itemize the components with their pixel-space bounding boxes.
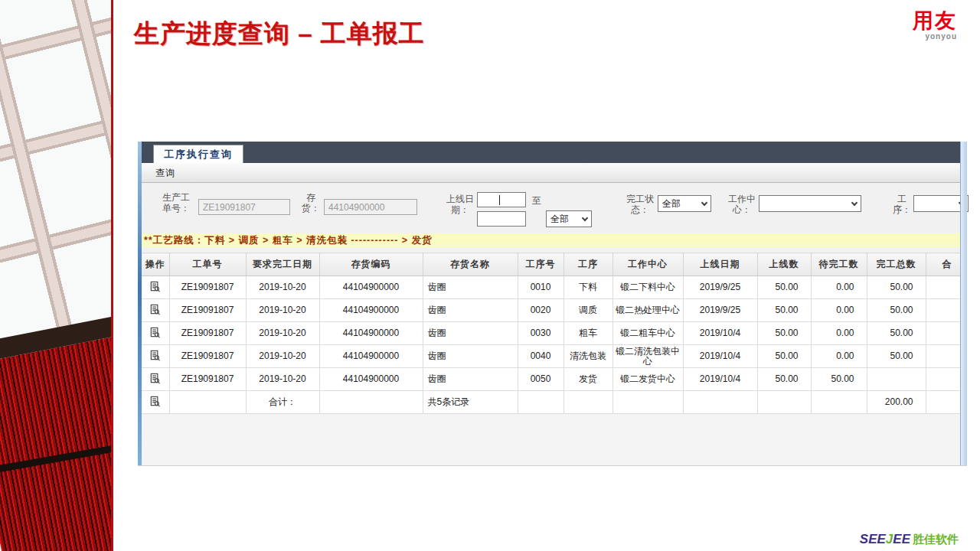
table-row: ZE19091807 2019-10-20 44104900000 齿圈 003… xyxy=(142,322,967,345)
date-type-select-value: 全部 xyxy=(550,214,569,224)
cell-online-date: 2019/9/25 xyxy=(683,276,757,299)
seejee-logo: SEEJEE胜佳软件 xyxy=(860,532,959,546)
cell-total-qty: 50.00 xyxy=(867,322,926,345)
column-header: 工单号 xyxy=(169,253,246,276)
cell-empty xyxy=(612,391,683,414)
view-detail-icon[interactable] xyxy=(149,281,162,293)
finish-status-select[interactable]: 全部 xyxy=(658,195,711,212)
yonyou-logo-en: yonyou xyxy=(913,33,957,41)
cell-code: 44104900000 xyxy=(319,276,423,299)
route-banner: **工艺路线：下料 > 调质 > 粗车 > 清洗包装 ------------ … xyxy=(142,233,967,247)
cell-online-qty: 50.00 xyxy=(757,299,811,322)
cell-op-no: 0010 xyxy=(518,276,564,299)
vertical-scrollbar[interactable] xyxy=(960,142,967,465)
column-header: 上线数 xyxy=(757,253,811,276)
seejee-logo-text: SEE xyxy=(860,532,886,546)
column-header: 完工总数 xyxy=(867,253,926,276)
view-detail-icon[interactable] xyxy=(149,350,162,362)
cell-name: 齿圈 xyxy=(423,322,518,345)
cell-req-date: 2019-10-20 xyxy=(246,299,319,322)
cell-work-center: 锻二热处理中心 xyxy=(612,299,683,322)
presentation-slide: 生产进度查询 – 工单报工 用友 yonyou 工序执行查询 查询 生产工 单号… xyxy=(0,0,980,551)
table-row: ZE19091807 2019-10-20 44104900000 齿圈 001… xyxy=(142,276,967,299)
cell-online-date: 2019/10/4 xyxy=(683,345,757,368)
cell-op: 调质 xyxy=(564,299,612,322)
finish-status-value: 全部 xyxy=(662,198,681,209)
cell-name: 齿圈 xyxy=(423,276,518,299)
finish-status-label: 完工状 态： xyxy=(624,194,656,215)
results-table: 操作 工单号 要求完工日期 存货编码 存货名称 工序号 工序 工作中心 上线日期… xyxy=(142,253,967,414)
column-header: 存货名称 xyxy=(423,253,518,276)
cell-empty xyxy=(757,391,811,414)
cell-work-center: 锻二下料中心 xyxy=(612,276,683,299)
cell-empty xyxy=(319,391,423,414)
cell-online-date: 2019/9/25 xyxy=(683,299,757,322)
order-input[interactable] xyxy=(198,199,290,215)
query-menu-item[interactable]: 查询 xyxy=(155,168,175,178)
cell-work-center: 锻二清洗包装中心 xyxy=(612,345,683,368)
date-to-input[interactable] xyxy=(477,211,526,227)
table-total-row: 合计： 共5条记录 200.00 xyxy=(142,391,967,414)
decorative-photo xyxy=(0,0,113,551)
cell-action xyxy=(142,299,169,322)
cell-req-date: 2019-10-20 xyxy=(246,368,319,391)
cell-op-no: 0040 xyxy=(518,345,564,368)
tab-process-execution-query[interactable]: 工序执行查询 xyxy=(153,145,243,163)
seejee-logo-text: J xyxy=(886,532,893,546)
date-to-label: 至 xyxy=(532,194,541,207)
cell-op-no: 0050 xyxy=(518,368,564,391)
seejee-logo-cn: 胜佳软件 xyxy=(913,533,959,546)
chevron-down-icon xyxy=(701,200,707,206)
cell-op-no: 0030 xyxy=(518,322,564,345)
cell-work-center: 锻二发货中心 xyxy=(612,368,683,391)
column-header: 工序 xyxy=(564,253,612,276)
order-label: 生产工 单号： xyxy=(157,192,195,214)
operation-label: 工 序： xyxy=(892,194,912,215)
cell-total-qty: 50.00 xyxy=(867,276,926,299)
cell-grand-total: 200.00 xyxy=(867,391,926,414)
cell-pending-qty: 0.00 xyxy=(811,322,867,345)
inventory-label: 存 货： xyxy=(299,192,322,214)
cell-online-qty: 50.00 xyxy=(757,345,811,368)
cell-op: 下料 xyxy=(564,276,612,299)
cell-record-count: 共5条记录 xyxy=(423,391,518,414)
cell-order: ZE19091807 xyxy=(169,276,246,299)
cell-order: ZE19091807 xyxy=(169,345,246,368)
filter-form: 生产工 单号： 存 货： 上线日 期： 至 全部 完工状 态： 全部 工作中 心… xyxy=(142,183,967,233)
view-detail-icon[interactable] xyxy=(149,327,162,339)
yonyou-logo: 用友 yonyou xyxy=(913,11,957,41)
cell-pending-qty: 0.00 xyxy=(811,345,867,368)
cell-name: 齿圈 xyxy=(423,368,518,391)
cell-code: 44104900000 xyxy=(319,322,423,345)
inventory-input[interactable] xyxy=(324,199,417,215)
view-detail-icon[interactable] xyxy=(149,304,162,316)
cell-op-no: 0020 xyxy=(518,299,564,322)
cell-pending-qty: 50.00 xyxy=(811,368,867,391)
cell-work-center: 锻二粗车中心 xyxy=(612,322,683,345)
cell-online-qty: 50.00 xyxy=(757,368,811,391)
date-type-select[interactable]: 全部 xyxy=(546,210,592,227)
view-detail-icon[interactable] xyxy=(149,373,162,385)
work-center-select[interactable] xyxy=(759,195,861,212)
chevron-down-icon xyxy=(851,200,858,206)
app-header-bar: 工序执行查询 xyxy=(138,142,967,163)
view-detail-icon[interactable] xyxy=(149,396,162,408)
cell-total-qty: 50.00 xyxy=(867,345,926,368)
cell-req-date: 2019-10-20 xyxy=(246,345,319,368)
column-header: 工序号 xyxy=(518,253,564,276)
page-title: 生产进度查询 – 工单报工 xyxy=(134,17,425,51)
cell-action xyxy=(142,276,169,299)
table-row: ZE19091807 2019-10-20 44104900000 齿圈 002… xyxy=(142,299,967,322)
cell-online-qty: 50.00 xyxy=(757,322,811,345)
results-table-wrap: 操作 工单号 要求完工日期 存货编码 存货名称 工序号 工序 工作中心 上线日期… xyxy=(142,253,967,465)
cell-total-qty: 50.00 xyxy=(867,299,926,322)
red-slats-image xyxy=(0,302,113,551)
date-from-input[interactable] xyxy=(477,192,526,207)
cell-online-date: 2019/10/4 xyxy=(683,322,757,345)
cell-online-date: 2019/10/4 xyxy=(683,368,757,391)
cell-empty xyxy=(169,391,246,414)
online-date-label: 上线日 期： xyxy=(445,194,475,215)
cell-pending-qty: 0.00 xyxy=(811,276,867,299)
work-center-label: 工作中 心： xyxy=(727,194,757,215)
table-row: ZE19091807 2019-10-20 44104900000 齿圈 005… xyxy=(142,368,967,391)
